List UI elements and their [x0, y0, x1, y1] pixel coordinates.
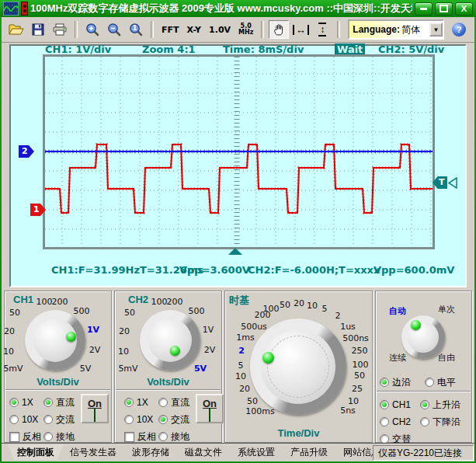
ch1-volts-div-label: Volts/Div	[4, 376, 112, 388]
vertical-measure-button[interactable]: ↕	[312, 20, 332, 39]
trigger-source-ch1-label: CH1	[392, 399, 411, 410]
tab-product-upgrade[interactable]: 产品升级	[281, 444, 337, 460]
ch2-freq-period-readout: CH2:F=-6.000H;T=xxxx	[248, 264, 380, 276]
ch2-vpp-readout: Vpp=600.0mV	[374, 264, 454, 276]
waveform-plot-area[interactable]	[43, 54, 435, 249]
fft-button[interactable]: FFT	[158, 25, 182, 35]
help-icon: ?	[452, 23, 466, 37]
save-button[interactable]	[28, 20, 48, 39]
trigger-falling-edge-radio[interactable]	[420, 417, 429, 426]
trigger-falling-edge-label: 下降沿	[433, 416, 460, 429]
ch2-probe-1x[interactable]: 1X	[124, 397, 148, 408]
tab-disk-files[interactable]: 磁盘文件	[175, 444, 231, 460]
ch1-panel-title: CH1	[13, 294, 33, 305]
trigger-panel-separator	[377, 391, 471, 392]
trigger-mode-knob[interactable]	[401, 315, 445, 359]
ch1-probe-10x-radio[interactable]	[9, 415, 19, 424]
hand-pan-button[interactable]	[269, 20, 289, 39]
tab-waveform-storage[interactable]: 波形存储	[123, 444, 179, 460]
maximize-button[interactable]	[435, 2, 453, 16]
ch1-ac-coupling-radio[interactable]	[43, 415, 53, 424]
ch2-invert-checkbox[interactable]	[124, 432, 134, 442]
language-combobox[interactable]: Language: 简体 ▼	[348, 19, 444, 40]
zoom-in-button[interactable]	[82, 20, 102, 39]
ch1-ac-coupling[interactable]: 交流	[43, 414, 75, 425]
trigger-edge-radio[interactable]	[380, 378, 389, 387]
tab-signal-generator[interactable]: 信号发生器	[61, 444, 126, 460]
trigger-source-ch2-radio[interactable]	[380, 417, 389, 426]
mhz-bottom: MHz	[238, 30, 253, 36]
trigger-position-marker[interactable]	[228, 248, 242, 255]
xy-mode-button[interactable]: X-Y	[184, 25, 205, 35]
ch1-knob-indicator-led	[66, 332, 76, 342]
ch2-ac-coupling[interactable]: 交流	[158, 414, 189, 425]
ch2-invert[interactable]: 反相	[124, 431, 156, 442]
open-file-button[interactable]	[6, 20, 26, 39]
ch2-ground-radio[interactable]	[158, 432, 168, 441]
help-button[interactable]: ?	[449, 20, 469, 39]
ch1-probe-10x-label: 10X	[22, 414, 38, 425]
ch1-invert[interactable]: 反相	[9, 431, 41, 442]
toolbar: 1 FFT X-Y 1.0V 5.0 MHz ↔ ↕ Language: 简体 …	[2, 17, 474, 43]
printer-icon	[53, 23, 67, 36]
tab-system-settings[interactable]: 系统设置	[228, 444, 284, 460]
trace-ch1	[45, 144, 433, 213]
mhz-cal-button[interactable]: 5.0 MHz	[235, 23, 256, 36]
trigger-level-radio[interactable]	[425, 378, 434, 387]
print-button[interactable]	[50, 20, 70, 39]
trigger-falling-edge[interactable]: 下降沿	[420, 416, 460, 427]
ch2-ground[interactable]: 接地	[158, 431, 189, 442]
hand-icon	[273, 23, 286, 37]
zoom-one-icon: 1	[129, 23, 143, 37]
ch2-scale-readout: CH2: 5V/div	[378, 44, 444, 55]
ch2-volts-div-label: Volts/Div	[114, 376, 222, 388]
minimize-button[interactable]	[415, 2, 433, 16]
ch2-probe-1x-label: 1X	[137, 397, 148, 408]
trigger-edge[interactable]: 边沿	[380, 377, 411, 388]
ch1-volts-div-knob[interactable]	[25, 310, 85, 371]
trigger-marker-outline-icon	[448, 177, 457, 192]
ch2-probe-10x[interactable]: 10X	[124, 414, 153, 425]
ch1-vpp-readout: Vpp=3.600V	[179, 264, 250, 276]
ch1-dc-coupling-radio[interactable]	[43, 398, 53, 407]
trigger-edge-label: 边沿	[392, 376, 411, 389]
zoom-out-icon	[107, 23, 121, 37]
svg-text:1: 1	[133, 25, 137, 32]
horizontal-measure-button[interactable]: ↔	[290, 20, 311, 39]
trigger-source-ch1[interactable]: CH1	[380, 399, 411, 410]
ch1-dc-coupling[interactable]: 直流	[43, 397, 75, 408]
zoom-reset-button[interactable]: 1	[126, 20, 146, 39]
trigger-rising-edge-radio[interactable]	[420, 400, 429, 409]
horizontal-measure-icon: ↔	[293, 25, 309, 35]
ch2-ac-coupling-radio[interactable]	[158, 415, 168, 424]
trigger-source-ch1-radio[interactable]	[380, 400, 389, 409]
trigger-level[interactable]: 电平	[425, 377, 456, 388]
ch1-on-button[interactable]: On	[81, 394, 109, 423]
time-div-label: Time/Div	[224, 427, 373, 439]
ch2-probe-1x-radio[interactable]	[124, 398, 134, 407]
ch1-invert-checkbox[interactable]	[9, 432, 19, 442]
close-button[interactable]: X	[455, 2, 473, 16]
ch1-probe-1x-radio[interactable]	[9, 398, 19, 407]
ch1-ground[interactable]: 接地	[43, 431, 75, 442]
ch1-ground-label: 接地	[56, 430, 75, 444]
zoom-out-button[interactable]	[104, 20, 124, 39]
ch1-ground-radio[interactable]	[43, 432, 53, 441]
ch2-on-button[interactable]: On	[196, 394, 224, 423]
ch2-dc-coupling[interactable]: 直流	[158, 397, 189, 408]
ch2-probe-10x-radio[interactable]	[124, 415, 134, 424]
trigger-rising-edge[interactable]: 上升沿	[420, 399, 460, 410]
ch1-on-led-bar	[94, 409, 96, 422]
tab-control-panel[interactable]: 控制面板	[8, 444, 64, 460]
ch2-dc-coupling-radio[interactable]	[158, 398, 168, 407]
ch1-probe-1x[interactable]: 1X	[9, 397, 33, 408]
trigger-source-ch2[interactable]: CH2	[380, 416, 411, 427]
ch2-on-label: On	[197, 398, 222, 409]
timebase-knob[interactable]	[250, 319, 346, 415]
toolbar-separator	[75, 21, 78, 38]
ch2-volts-div-knob[interactable]	[140, 310, 200, 371]
zoom-in-icon	[85, 23, 99, 37]
volt-cal-button[interactable]: 1.0V	[206, 25, 234, 35]
dropdown-arrow-icon[interactable]: ▼	[429, 23, 443, 37]
ch1-probe-10x[interactable]: 10X	[9, 414, 38, 425]
